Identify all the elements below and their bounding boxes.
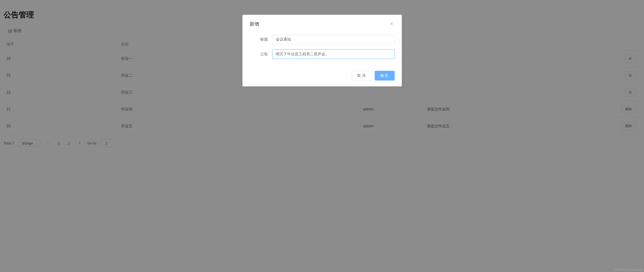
content-label: 公告 (250, 52, 272, 57)
confirm-button[interactable]: 确定 (375, 71, 395, 81)
form-row-title: 标题 (250, 35, 395, 44)
content-input[interactable] (272, 49, 395, 59)
modal-overlay[interactable]: 新增 标题 公告 取消 确定 (0, 0, 644, 151)
dialog-title: 新增 (250, 21, 259, 27)
title-label: 标题 (250, 37, 272, 42)
add-dialog: 新增 标题 公告 取消 确定 (242, 15, 402, 87)
close-button[interactable] (388, 21, 395, 27)
cancel-button[interactable]: 取消 (352, 71, 372, 81)
title-input[interactable] (272, 35, 395, 44)
dialog-footer: 取消 确定 (250, 71, 395, 81)
form-row-content: 公告 (250, 49, 395, 59)
dialog-header: 新增 (250, 21, 395, 27)
close-icon (390, 22, 394, 26)
